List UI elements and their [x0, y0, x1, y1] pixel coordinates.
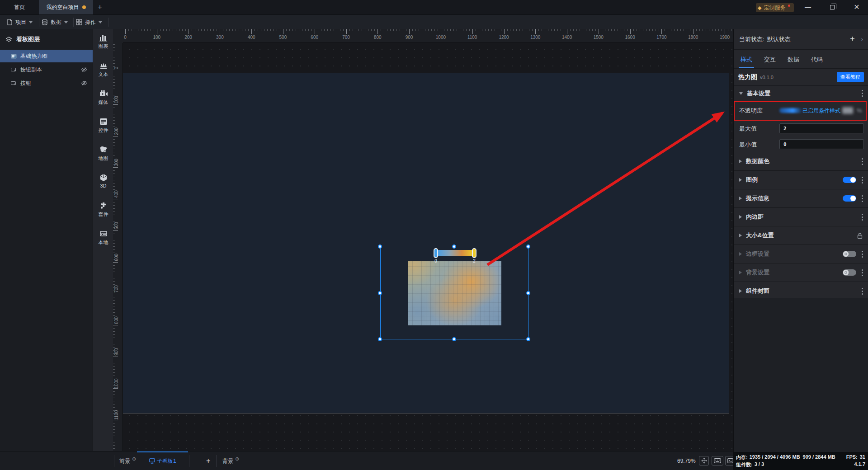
zoom-level[interactable]: 69.79%	[677, 451, 696, 470]
add-board-button[interactable]: +	[206, 451, 210, 470]
ruler-tick	[353, 29, 353, 31]
section-数据颜色[interactable]: 数据颜色	[734, 152, 868, 171]
ruler-tick	[614, 29, 615, 31]
component-tab-text[interactable]: 文本	[93, 61, 113, 82]
inspector-tab-数据[interactable]: 数据	[788, 56, 799, 68]
layer-item[interactable]: 按钮副本	[0, 63, 93, 76]
add-state-button[interactable]: +	[850, 34, 855, 44]
ruler-tick	[302, 29, 302, 31]
toggle-on[interactable]	[843, 177, 856, 183]
ruler-tick	[113, 208, 115, 209]
ruler-tick	[113, 205, 115, 206]
shortcut-keys-button[interactable]	[712, 456, 723, 465]
toggle-off[interactable]	[843, 269, 856, 276]
ruler-label: 1400	[562, 35, 572, 40]
section-menu-icon[interactable]	[862, 251, 863, 258]
custom-service-badge[interactable]: ◆ 定制服务	[756, 3, 794, 12]
inspector-tab-代码[interactable]: 代码	[811, 56, 823, 68]
component-tab-chart[interactable]: 图表	[93, 33, 113, 54]
lock-icon[interactable]	[857, 232, 863, 239]
section-边框设置[interactable]: 边框设置	[734, 245, 868, 263]
ruler-tick	[113, 47, 115, 48]
field-input[interactable]: 0	[779, 139, 864, 149]
selection-box[interactable]	[380, 247, 528, 339]
project-tab[interactable]: 我的空白项目	[39, 0, 93, 14]
tutorial-button[interactable]: 查看教程	[837, 72, 864, 82]
ruler-tick	[113, 436, 115, 436]
inspector-empty-area	[734, 298, 868, 470]
component-tab-media[interactable]: 媒体	[93, 89, 113, 110]
selection-handle[interactable]	[526, 337, 530, 341]
ruler-tick	[113, 372, 115, 373]
ruler-tick	[318, 29, 318, 31]
artboard[interactable]: 0 2	[123, 73, 729, 414]
toggle-off[interactable]	[843, 251, 856, 257]
restore-button[interactable]	[822, 0, 843, 14]
selection-handle[interactable]	[378, 291, 382, 295]
selection-handle[interactable]	[452, 337, 456, 341]
add-board-label: +	[206, 457, 210, 465]
component-tab-map[interactable]: 地图	[93, 146, 113, 166]
canvas-viewport[interactable]: 0 2	[123, 43, 733, 451]
ruler-tick	[491, 29, 492, 31]
ruler-tick	[371, 29, 372, 31]
component-tab-widget[interactable]: 控件	[93, 118, 113, 138]
add-background-icon[interactable]: ⊕	[235, 456, 239, 462]
selection-handle[interactable]	[452, 244, 456, 249]
section-内边距[interactable]: 内边距	[734, 208, 868, 226]
menu-project-file[interactable]: 项目	[6, 15, 33, 29]
menu-operations-grid[interactable]: 操作	[76, 15, 102, 29]
fit-to-screen-button[interactable]	[699, 456, 709, 465]
section-menu-icon[interactable]	[862, 177, 863, 183]
section-menu-icon[interactable]	[862, 288, 863, 295]
add-foreground-icon[interactable]: ⊕	[132, 456, 136, 462]
component-tab-cube-3d[interactable]: 3D	[93, 174, 113, 194]
selection-handle[interactable]	[378, 244, 382, 249]
component-tab-local[interactable]: 本地	[93, 230, 113, 250]
section-提示信息[interactable]: 提示信息	[734, 189, 868, 208]
eye-off-icon[interactable]	[81, 66, 87, 73]
section-menu-icon[interactable]	[862, 269, 863, 276]
ruler-corner	[113, 29, 123, 43]
selection-handle[interactable]	[526, 291, 530, 295]
inspector-tab-交互[interactable]: 交互	[764, 56, 776, 68]
menu-database[interactable]: 数据	[42, 15, 68, 29]
ruler-label: 0	[124, 35, 127, 40]
layer-item[interactable]: 按钮	[0, 77, 93, 89]
new-tab-button[interactable]: +	[93, 0, 107, 14]
section-basic-settings[interactable]: 基本设置	[734, 86, 868, 101]
section-背景设置[interactable]: 背景设置	[734, 263, 868, 282]
ruler-tick	[113, 300, 115, 301]
background-tab[interactable]: 背景 ⊕	[222, 451, 239, 470]
project-tab[interactable]: 首页	[0, 0, 39, 14]
component-tab-kit[interactable]: 套件	[93, 202, 113, 222]
board-tab-sub1[interactable]: 子看板1	[149, 451, 176, 470]
ruler-tick	[251, 29, 252, 34]
section-大小&位置[interactable]: 大小&位置	[734, 226, 868, 245]
layer-item[interactable]: 基础热力图	[0, 50, 93, 62]
eye-off-icon[interactable]	[81, 80, 87, 86]
section-menu-icon[interactable]	[862, 214, 863, 221]
ruler-tick	[125, 29, 126, 34]
ruler-tick	[113, 120, 115, 121]
section-menu-icon[interactable]	[862, 90, 863, 97]
selection-handle[interactable]	[378, 337, 382, 341]
foreground-tab[interactable]: 前景 ⊕	[119, 451, 136, 470]
expand-triangle-icon	[739, 215, 742, 219]
menu-label: 操作	[85, 19, 96, 26]
ruler-tick	[715, 29, 716, 31]
minimize-button[interactable]: —	[797, 0, 818, 14]
expand-states-chevron[interactable]: ›	[861, 36, 863, 42]
field-input[interactable]: 2	[779, 123, 864, 133]
section-menu-icon[interactable]	[862, 195, 863, 202]
ruler-tick	[264, 29, 264, 31]
ruler-tick	[113, 369, 115, 370]
selection-handle[interactable]	[526, 244, 530, 249]
close-button[interactable]: ✕	[846, 0, 867, 14]
section-menu-icon[interactable]	[862, 158, 863, 165]
component-tab-label: 控件	[99, 127, 108, 134]
menu-divider	[73, 18, 74, 27]
inspector-tab-样式[interactable]: 样式	[741, 56, 752, 68]
section-图例[interactable]: 图例	[734, 171, 868, 189]
toggle-on[interactable]	[843, 195, 856, 202]
